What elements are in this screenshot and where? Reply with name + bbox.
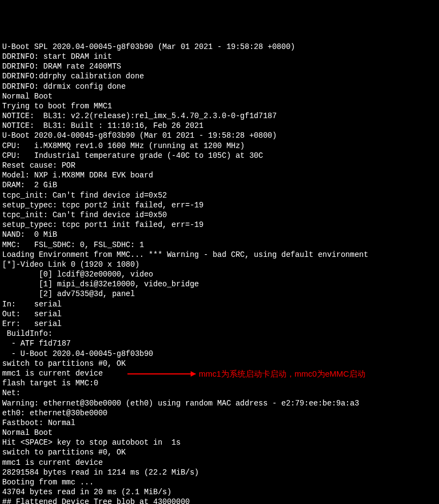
annotated-line: mmc1 is current devicemmc1为系统启动卡启动，mmc0为…: [2, 368, 437, 378]
terminal-line: Out: serial: [2, 309, 437, 319]
terminal-line: setup_typec: tcpc port1 init failed, err…: [2, 220, 437, 230]
terminal-line: - ATF f1d7187: [2, 339, 437, 348]
terminal-line: U-Boot 2020.04-00045-g8f03b90 (Mar 01 20…: [2, 131, 437, 140]
terminal-line: CPU: i.MX8MMQ rev1.0 1600 MHz (running a…: [2, 141, 437, 151]
terminal-line: DDRINFO: ddrmix config done: [2, 82, 437, 91]
terminal-line: Err: serial: [2, 319, 437, 329]
terminal-line: DDRINFO: start DRAM init: [2, 52, 437, 62]
terminal-line: DRAM: 2 GiB: [2, 180, 437, 190]
terminal-line: Trying to boot from MMC1: [2, 101, 437, 111]
terminal-line: flash target is MMC:0: [2, 378, 437, 388]
terminal-line: CPU: Industrial temperature grade (-40C …: [2, 151, 437, 161]
annotation-callout: mmc1为系统启动卡启动，mmc0为eMMC启动: [127, 368, 365, 379]
terminal-line: Reset cause: POR: [2, 161, 437, 170]
terminal-output: U-Boot SPL 2020.04-00045-g8f03b90 (Mar 0…: [2, 42, 437, 504]
terminal-line: setup_typec: tcpc port2 init failed, err…: [2, 200, 437, 210]
terminal-line: Net:: [2, 388, 437, 398]
terminal-line: NOTICE: BL31: Built : 11:10:16, Feb 26 2…: [2, 121, 437, 131]
annotation-text: mmc1为系统启动卡启动，mmc0为eMMC启动: [199, 368, 365, 379]
terminal-line: [2] adv7535@3d, panel: [2, 289, 437, 299]
terminal-line: Normal Boot: [2, 91, 437, 101]
terminal-line: [0] lcdif@32e00000, video: [2, 269, 437, 279]
terminal-line: DDRINFO: DRAM rate 2400MTS: [2, 62, 437, 71]
terminal-line: NAND: 0 MiB: [2, 230, 437, 239]
terminal-line: Normal Boot: [2, 428, 437, 438]
terminal-line: [*]-Video Link 0 (1920 x 1080): [2, 260, 437, 269]
terminal-line: eth0: ethernet@30be0000: [2, 408, 437, 418]
terminal-line: tcpc_init: Can't find device id=0x50: [2, 210, 437, 220]
terminal-line: Booting from mmc ...: [2, 477, 437, 487]
terminal-line: Loading Environment from MMC... *** Warn…: [2, 250, 437, 260]
terminal-line: mmc1 is current device: [2, 458, 437, 468]
terminal-line: switch to partitions #0, OK: [2, 359, 437, 368]
terminal-line: NOTICE: BL31: v2.2(release):rel_imx_5.4.…: [2, 111, 437, 121]
terminal-line: Hit <SPACE> key to stop autoboot in 1s: [2, 438, 437, 447]
terminal-line: tcpc_init: Can't find device id=0x52: [2, 190, 437, 200]
terminal-line: DDRINFO:ddrphy calibration done: [2, 71, 437, 81]
terminal-line: 28291584 bytes read in 1214 ms (22.2 MiB…: [2, 468, 437, 477]
terminal-line: [1] mipi_dsi@32e10000, video_bridge: [2, 279, 437, 289]
terminal-line: Warning: ethernet@30be0000 (eth0) using …: [2, 398, 437, 408]
terminal-line: 43704 bytes read in 20 ms (2.1 MiB/s): [2, 487, 437, 497]
terminal-line: ## Flattened Device Tree blob at 4300000…: [2, 497, 437, 504]
terminal-line: MMC: FSL_SDHC: 0, FSL_SDHC: 1: [2, 240, 437, 250]
terminal-line: Model: NXP i.MX8MM DDR4 EVK board: [2, 170, 437, 180]
terminal-line: Fastboot: Normal: [2, 418, 437, 428]
terminal-line: BuildInfo:: [2, 329, 437, 339]
terminal-line: - U-Boot 2020.04-00045-g8f03b90: [2, 349, 437, 359]
arrow-icon: [127, 373, 196, 374]
terminal-line: switch to partitions #0, OK: [2, 447, 437, 457]
terminal-line: In: serial: [2, 299, 437, 309]
terminal-line: U-Boot SPL 2020.04-00045-g8f03b90 (Mar 0…: [2, 42, 437, 52]
